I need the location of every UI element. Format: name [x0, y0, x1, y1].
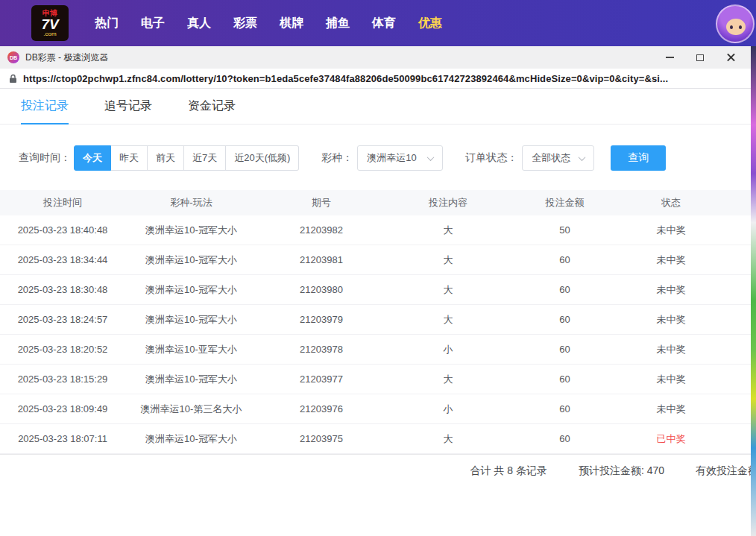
table-cell-period: 21203977: [257, 373, 385, 385]
table-cell-content: 大: [385, 283, 511, 297]
table-cell-period: 21203976: [257, 403, 385, 414]
maximize-icon[interactable]: [695, 52, 705, 63]
table-cell-time: 2025-03-23 18:15:29: [0, 373, 125, 385]
table-cell-time: 2025-03-23 18:30:48: [0, 284, 125, 295]
table-cell-content: 小: [385, 403, 511, 416]
table-row: 2025-03-23 18:34:44澳洲幸运10-冠军大小21203981大6…: [0, 245, 751, 275]
order-status-label: 订单状态：: [465, 151, 517, 165]
table-cell-amount: 60: [511, 344, 619, 355]
summary-expected-amount: 预计投注金额: 470: [579, 464, 664, 478]
logo-text-main: 7V: [41, 17, 58, 31]
table-cell-status: 未中奖: [619, 373, 723, 386]
table-cell-amount: 50: [511, 224, 619, 236]
lottery-select[interactable]: 澳洲幸运10: [357, 145, 443, 171]
avatar-face: [726, 19, 746, 35]
time-filter-button[interactable]: 昨天: [111, 145, 148, 171]
table-header-cell: 彩种-玩法: [125, 196, 257, 209]
minimize-icon[interactable]: [664, 52, 675, 63]
table-row: 2025-03-23 18:40:48澳洲幸运10-冠军大小21203982大5…: [0, 215, 751, 245]
table-cell-content: 大: [385, 253, 511, 267]
table-header-cell: 投注金额: [511, 196, 619, 209]
lottery-select-label: 彩种：: [321, 151, 353, 165]
table-cell-status: 已中奖: [619, 432, 723, 446]
table-cell-status: 未中奖: [619, 403, 723, 416]
summary-bar: 合计 共 8 条记录 预计投注金额: 470 有效投注金额:: [0, 454, 751, 487]
table-cell-content: 大: [385, 373, 511, 386]
nav-item[interactable]: 真人: [187, 16, 211, 31]
site-navbar: 申博 7V .com 热门电子真人彩票棋牌捕鱼体育优惠: [0, 0, 756, 46]
table-cell-period: 21203978: [257, 344, 385, 355]
table-cell-status: 未中奖: [619, 313, 723, 327]
time-filter-button[interactable]: 近20天(低频): [226, 145, 299, 171]
summary-valid-amount: 有效投注金额:: [696, 464, 751, 478]
table-cell-time: 2025-03-23 18:40:48: [0, 224, 125, 236]
table-cell-amount: 60: [511, 373, 619, 385]
table-cell-amount: 60: [511, 403, 619, 414]
page-tab[interactable]: 投注记录: [21, 89, 69, 124]
table-cell-time: 2025-03-23 18:20:52: [0, 344, 125, 355]
table-cell-period: 21203981: [257, 254, 385, 265]
table-cell-time: 2025-03-23 18:09:49: [0, 403, 125, 414]
close-icon[interactable]: [725, 52, 736, 63]
site-favicon-icon: DB: [7, 51, 19, 63]
nav-items: 热门电子真人彩票棋牌捕鱼体育优惠: [84, 16, 453, 31]
table-cell-content: 大: [385, 224, 511, 237]
time-filter-label: 查询时间：: [19, 151, 71, 165]
table-row: 2025-03-23 18:09:49澳洲幸运10-第三名大小21203976小…: [0, 394, 751, 424]
browser-window: DB DB彩票 - 极速浏览器 https://ctop02pchwp1.zfn…: [0, 46, 751, 536]
table-cell-game: 澳洲幸运10-冠军大小: [125, 253, 257, 267]
nav-item[interactable]: 体育: [372, 16, 396, 31]
table-cell-game: 澳洲幸运10-冠军大小: [125, 224, 257, 237]
site-logo[interactable]: 申博 7V .com: [31, 5, 69, 41]
table-cell-game: 澳洲幸运10-冠军大小: [125, 373, 257, 386]
table-header-cell: 期号: [257, 196, 385, 209]
nav-item[interactable]: 热门: [95, 16, 119, 31]
time-filter-group: 今天昨天前天近7天近20天(低频): [74, 145, 299, 171]
table-cell-status: 未中奖: [619, 224, 723, 237]
table-cell-content: 大: [385, 432, 511, 446]
chevron-down-icon: [579, 154, 586, 161]
table-row: 2025-03-23 18:07:11澳洲幸运10-冠军大小21203975大6…: [0, 424, 751, 454]
table-cell-period: 21203979: [257, 314, 385, 325]
chevron-down-icon: [427, 154, 435, 161]
nav-item[interactable]: 捕鱼: [326, 16, 350, 31]
time-filter-button[interactable]: 前天: [148, 145, 184, 171]
table-header-cell: 状态: [619, 196, 723, 209]
table-cell-game: 澳洲幸运10-第三名大小: [125, 403, 257, 416]
nav-item[interactable]: 优惠: [418, 16, 442, 31]
table-cell-game: 澳洲幸运10-冠军大小: [125, 283, 257, 297]
table-row: 2025-03-23 18:20:52澳洲幸运10-亚军大小21203978小6…: [0, 335, 751, 365]
lock-icon: [9, 74, 17, 83]
table-cell-status: 未中奖: [619, 253, 723, 267]
window-titlebar: DB DB彩票 - 极速浏览器: [0, 46, 751, 69]
table-row: 2025-03-23 18:30:48澳洲幸运10-冠军大小21203980大6…: [0, 275, 751, 305]
url-text: https://ctop02pchwp1.zfnc84.com/lottery/…: [23, 73, 668, 84]
bet-records-table: 投注时间彩种-玩法期号投注内容投注金额状态 2025-03-23 18:40:4…: [0, 190, 751, 454]
window-controls: [664, 52, 743, 63]
table-header-cell: 投注内容: [385, 196, 511, 209]
table-cell-game: 澳洲幸运10-冠军大小: [125, 432, 257, 446]
page-tabs: 投注记录追号记录资金记录: [0, 89, 751, 124]
address-bar[interactable]: https://ctop02pchwp1.zfnc84.com/lottery/…: [0, 69, 751, 89]
page-tab[interactable]: 追号记录: [104, 89, 152, 124]
table-header-cell: 投注时间: [0, 196, 125, 209]
lottery-select-value: 澳洲幸运10: [367, 151, 416, 165]
time-filter-button[interactable]: 今天: [74, 145, 111, 171]
window-title: DB彩票 - 极速浏览器: [25, 51, 108, 64]
table-cell-content: 大: [385, 313, 511, 327]
nav-item[interactable]: 电子: [141, 16, 165, 31]
filter-bar: 查询时间： 今天昨天前天近7天近20天(低频) 彩种： 澳洲幸运10 订单状态：…: [0, 124, 751, 190]
desktop-background-edge: [751, 46, 756, 536]
table-header-row: 投注时间彩种-玩法期号投注内容投注金额状态: [0, 190, 751, 215]
order-status-select[interactable]: 全部状态: [522, 145, 594, 171]
query-button[interactable]: 查询: [611, 145, 666, 171]
table-cell-status: 未中奖: [619, 283, 723, 297]
time-filter-button[interactable]: 近7天: [184, 145, 226, 171]
table-cell-time: 2025-03-23 18:24:57: [0, 314, 125, 325]
nav-item[interactable]: 彩票: [233, 16, 257, 31]
user-avatar[interactable]: [716, 4, 755, 43]
nav-item[interactable]: 棋牌: [280, 16, 303, 31]
logo-text-top: 申博: [42, 10, 57, 17]
page-tab[interactable]: 资金记录: [188, 89, 236, 124]
table-cell-game: 澳洲幸运10-冠军大小: [125, 313, 257, 327]
